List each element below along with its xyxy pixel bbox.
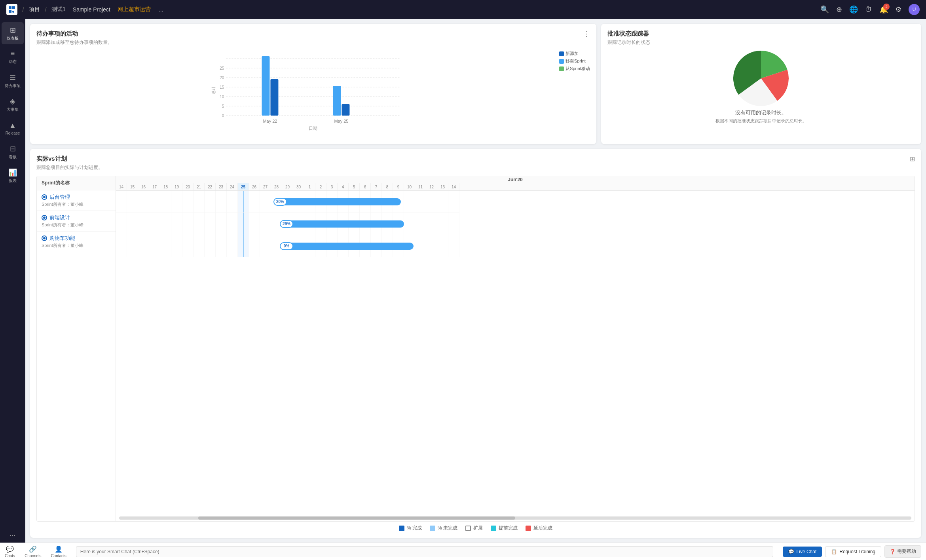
- day-cell: 14: [116, 183, 127, 190]
- nav-item-active[interactable]: 网上超市运营: [118, 6, 151, 13]
- svg-text:总计: 总计: [211, 86, 216, 95]
- search-icon[interactable]: 🔍: [820, 5, 829, 14]
- percent-badge-1: 29%: [280, 220, 293, 228]
- tab-channels[interactable]: 🔗 Channels: [25, 545, 41, 558]
- vs-card-titles: 实际vs计划 跟踪您项目的实际与计划进度。: [36, 155, 103, 176]
- day-cell: 12: [426, 183, 437, 190]
- svg-text:20: 20: [220, 76, 224, 80]
- notification-bell[interactable]: 🔔 2: [879, 5, 888, 14]
- sidebar-item-milestones[interactable]: ◈ 大事集: [2, 93, 24, 116]
- sidebar-item-backlog[interactable]: ☰ 待办事项: [2, 70, 24, 92]
- legend-incomplete: % 未完成: [430, 525, 457, 532]
- sidebar-item-kanban[interactable]: ⊟ 看板: [2, 141, 24, 163]
- sidebar-item-dashboard[interactable]: ⊞ 仪表板: [2, 22, 24, 44]
- vs-card: 实际vs计划 跟踪您项目的实际与计划进度。 ⊞ Sprint的名称 后台管理 S…: [30, 149, 921, 538]
- legend-late-box: [526, 526, 531, 531]
- app-logo[interactable]: [6, 4, 17, 15]
- bottom-bar: 💬 Chats 🔗 Channels 👤 Contacts 💬 Live Cha…: [0, 543, 926, 560]
- chats-label: Chats: [5, 554, 15, 558]
- legend-late-label: 延后完成: [533, 525, 552, 532]
- legend-early: 提前完成: [491, 525, 518, 532]
- bar-may25-light: [333, 86, 341, 116]
- nav-item-project[interactable]: 项目: [29, 6, 40, 13]
- day-cell: 26: [249, 183, 260, 190]
- sidebar-item-activity[interactable]: ≡ 动态: [2, 46, 24, 68]
- day-cell: 3: [326, 183, 338, 190]
- svg-text:25: 25: [220, 66, 224, 70]
- sprint-list-header: Sprint的名称: [37, 176, 116, 190]
- channels-label: Channels: [25, 554, 41, 558]
- day-cell: 7: [371, 183, 382, 190]
- sidebar-label-milestones: 大事集: [7, 107, 19, 112]
- legend-complete: % 完成: [399, 525, 422, 532]
- svg-text:May 25: May 25: [334, 119, 348, 123]
- livechat-button[interactable]: 💬 Live Chat: [783, 547, 822, 557]
- approval-card: 批准状态跟踪器 跟踪记录时长的状态 没有可用的记录时长。: [601, 24, 921, 144]
- sidebar-item-reports[interactable]: 📊 报表: [2, 165, 24, 187]
- gantt-rows: 20%29%0%: [116, 191, 459, 515]
- smart-chat-input[interactable]: [76, 546, 773, 557]
- vs-card-export-icon[interactable]: ⊞: [910, 155, 915, 163]
- bottom-right-buttons: 💬 Live Chat 📋 Request Training ❓ 需要帮助: [783, 545, 921, 558]
- day-cell: 17: [149, 183, 160, 190]
- milestone-icon: ◈: [10, 97, 15, 106]
- top-nav-right: 🔍 ⊕ 🌐 ⏱ 🔔 2 ⚙ U: [820, 4, 920, 15]
- day-cell: 16: [138, 183, 149, 190]
- dashboard-icon: ⊞: [10, 26, 16, 34]
- nav-more[interactable]: ...: [159, 6, 163, 13]
- legend-fromsprint: 从Sprint移动: [559, 66, 590, 72]
- sprint-item-2: 前端设计 Sprint所有者：董小峰: [37, 211, 116, 232]
- user-avatar[interactable]: U: [909, 4, 920, 15]
- day-cell: 30: [293, 183, 304, 190]
- nav-item-sample[interactable]: Sample Project: [73, 6, 110, 13]
- add-icon[interactable]: ⊕: [836, 5, 842, 14]
- approval-empty-subtext: 根据不同的批准状态跟踪项目中记录的总时长。: [715, 118, 807, 124]
- day-cell: 1: [304, 183, 315, 190]
- globe-icon[interactable]: 🌐: [849, 5, 858, 14]
- tab-chats[interactable]: 💬 Chats: [5, 545, 15, 558]
- sprint-icon-3: [42, 235, 47, 241]
- legend-expand-box: [465, 526, 471, 531]
- day-cell: 19: [171, 183, 182, 190]
- gantt-scrollbar-thumb: [198, 516, 515, 520]
- sidebar-more[interactable]: ···: [9, 531, 15, 539]
- day-cell: 11: [415, 183, 426, 190]
- activity-card-titles: 待办事项的活动 跟踪添加或移至您待办事项的数量。: [36, 30, 112, 51]
- nav-item-test1[interactable]: 测试1: [51, 6, 66, 13]
- activity-card-menu[interactable]: ⋮: [583, 30, 590, 37]
- legend-early-label: 提前完成: [499, 525, 518, 532]
- notification-count: 2: [883, 4, 890, 10]
- bar-may22-light: [262, 56, 269, 116]
- help-label: 需要帮助: [897, 548, 916, 555]
- activity-card: 待办事项的活动 跟踪添加或移至您待办事项的数量。 ⋮ 新添加: [30, 24, 596, 144]
- day-cell: 28: [271, 183, 282, 190]
- content-area: 待办事项的活动 跟踪添加或移至您待办事项的数量。 ⋮ 新添加: [25, 19, 926, 543]
- sprint-icon-2: [42, 215, 47, 220]
- pie-wrapper: 没有可用的记录时长。 根据不同的批准状态跟踪项目中记录的总时长。: [607, 51, 915, 124]
- training-button[interactable]: 📋 Request Training: [825, 546, 881, 557]
- day-cell: 22: [205, 183, 216, 190]
- contacts-label: Contacts: [51, 554, 66, 558]
- legend-new: 新添加: [559, 51, 590, 57]
- chart-legend: 新添加 移至Sprint 从Sprint移动: [559, 51, 590, 72]
- day-cell: 2: [315, 183, 326, 190]
- tab-contacts[interactable]: 👤 Contacts: [51, 545, 66, 558]
- day-cell: 21: [194, 183, 205, 190]
- sidebar-label-kanban: 看板: [9, 154, 17, 160]
- gantt-bar-1: [287, 220, 404, 228]
- svg-text:5: 5: [222, 104, 224, 108]
- activity-icon: ≡: [11, 49, 15, 58]
- legend-late: 延后完成: [526, 525, 552, 532]
- sidebar-item-release[interactable]: ▲ Release: [2, 117, 24, 139]
- day-cell: 27: [260, 183, 271, 190]
- vs-card-header: 实际vs计划 跟踪您项目的实际与计划进度。 ⊞: [36, 155, 915, 176]
- help-button[interactable]: ❓ 需要帮助: [884, 545, 921, 558]
- day-cell: 8: [382, 183, 393, 190]
- gantt-scrollbar[interactable]: [119, 516, 911, 520]
- activity-card-subtitle: 跟踪添加或移至您待办事项的数量。: [36, 39, 112, 46]
- main-layout: ⊞ 仪表板 ≡ 动态 ☰ 待办事项 ◈ 大事集 ▲ Release ⊟ 看板 📊…: [0, 19, 926, 543]
- settings-icon[interactable]: ⚙: [895, 5, 901, 14]
- vs-card-title: 实际vs计划: [36, 155, 103, 163]
- smart-chat-area: [76, 546, 773, 557]
- clock-icon[interactable]: ⏱: [865, 6, 872, 14]
